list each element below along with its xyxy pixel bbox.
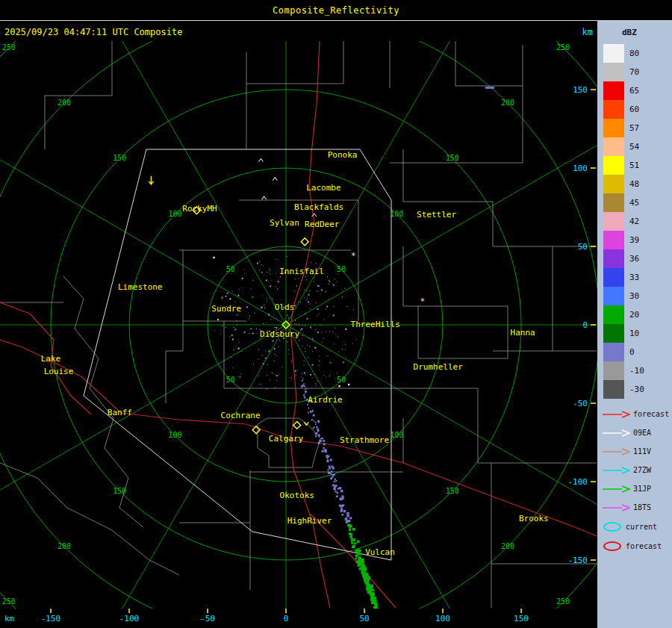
dbz-swatch: [603, 119, 624, 137]
echo-streak-dot: [340, 490, 343, 492]
echo-speckle: [261, 264, 262, 265]
dbz-value: 70: [629, 67, 639, 77]
echo-speckle: [252, 333, 254, 335]
echo-speckle: [304, 372, 305, 373]
dbz-row: 57: [603, 119, 672, 137]
echo-speckle: [335, 279, 335, 279]
echo-streak-dot: [371, 600, 374, 601]
echo-streak-dot: [304, 397, 305, 398]
dbz-row: 45: [603, 193, 672, 212]
echo-speckle: [304, 297, 305, 298]
echo-speckle: [258, 359, 259, 360]
echo-speckle: [276, 380, 277, 381]
echo-speckle: [284, 318, 285, 319]
vector-label: 111V: [633, 447, 651, 456]
echo-speckle: [279, 346, 279, 347]
dbz-row: 36: [603, 249, 672, 268]
echo-streak-dot: [311, 411, 312, 413]
vector-row: 09EA: [602, 423, 672, 442]
echo-speckle: [299, 345, 299, 346]
echo-speckle: [249, 333, 249, 334]
echo-streak-dot: [318, 435, 320, 437]
echo-speckle: [314, 325, 315, 326]
echo-streak-dot: [357, 549, 359, 551]
main-area: 5050505010010010010015015015015020020020…: [0, 21, 672, 628]
echo-speckle: [335, 334, 336, 335]
dbz-value: 36: [629, 254, 639, 264]
vector-arrow-icon: [602, 429, 630, 438]
echo-streak-dot: [349, 529, 351, 531]
echo-speckle: [346, 306, 347, 307]
dbz-row: 65: [603, 81, 672, 100]
range-ring-label: 50: [337, 265, 346, 273]
current-ellipse-icon: [603, 522, 621, 532]
echo-streak-dot: [326, 451, 327, 453]
echo-speckle: [294, 305, 296, 306]
echo-speckle: [310, 308, 311, 309]
y-tick-label: 0: [582, 320, 588, 330]
echo-speckle: [305, 374, 306, 375]
echo-speckle: [279, 340, 280, 341]
dbz-row: 51: [603, 156, 672, 175]
echo-speckle: [268, 281, 269, 282]
city-label: Olds: [275, 302, 295, 312]
x-tick-label: 100: [435, 614, 450, 624]
echo-speckle: [225, 296, 227, 297]
echo-speckle: [320, 294, 320, 295]
echo-speckle: [269, 267, 270, 268]
echo-streak-dot: [337, 492, 338, 494]
echo-speckle: [308, 357, 308, 358]
echo-speckle: [261, 272, 263, 273]
dbz-row: 30: [603, 287, 672, 305]
echo-speckle: [305, 326, 305, 326]
echo-speckle: [288, 349, 289, 350]
echo-speckle: [329, 376, 330, 376]
x-tick-label: -100: [119, 614, 140, 624]
city-label: Cochrane: [221, 411, 261, 420]
dbz-swatch: [603, 287, 624, 305]
echo-speckle: [315, 383, 316, 384]
echo-streak-dot: [340, 510, 343, 512]
echo-speckle: [231, 335, 233, 336]
range-ring-label: 100: [168, 210, 181, 218]
echo-speckle: [316, 302, 317, 303]
echo-speckle: [244, 332, 246, 333]
echo-speckle: [325, 292, 326, 293]
echo-streak-dot: [305, 391, 306, 392]
echo-streak-dot: [364, 581, 367, 583]
vector-arrow-icon: [602, 485, 630, 494]
echo-speckle: [280, 276, 281, 277]
echo-streak-dot: [312, 409, 314, 411]
echo-speckle: [220, 334, 221, 335]
echo-patch: [485, 87, 494, 89]
radar-canvas[interactable]: 5050505010010010010015015015015020020020…: [0, 21, 597, 628]
echo-streak-dot: [346, 514, 349, 517]
echo-streak-dot: [370, 585, 372, 587]
echo-speckle: [346, 358, 346, 358]
echo-speckle: [275, 374, 276, 375]
dbz-value: 45: [629, 198, 639, 208]
echo-speckle: [318, 285, 320, 287]
echo-streak-dot: [306, 388, 307, 389]
echo-streak-dot: [314, 422, 316, 423]
echo-speckle: [270, 380, 270, 381]
echo-speckle: [264, 308, 265, 308]
echo-speckle: [299, 314, 299, 315]
echo-streak-dot: [321, 438, 323, 440]
echo-speckle: [329, 299, 329, 300]
echo-streak-dot: [363, 575, 365, 578]
echo-speckle: [298, 278, 299, 279]
echo-speckle: [305, 348, 305, 349]
echo-speckle: [333, 285, 335, 286]
echo-speckle: [328, 355, 329, 356]
echo-streak-dot: [352, 545, 355, 548]
radar-display[interactable]: 5050505010010010010015015015015020020020…: [0, 21, 597, 628]
echo-streak-dot: [333, 488, 335, 490]
echo-speckle: [310, 290, 311, 291]
echo-speckle: [334, 343, 335, 344]
echo-speckle: [259, 261, 260, 262]
dbz-value: 60: [629, 105, 639, 114]
echo-speckle: [276, 273, 276, 274]
echo-speckle: [234, 329, 236, 330]
echo-speckle: [222, 326, 223, 326]
